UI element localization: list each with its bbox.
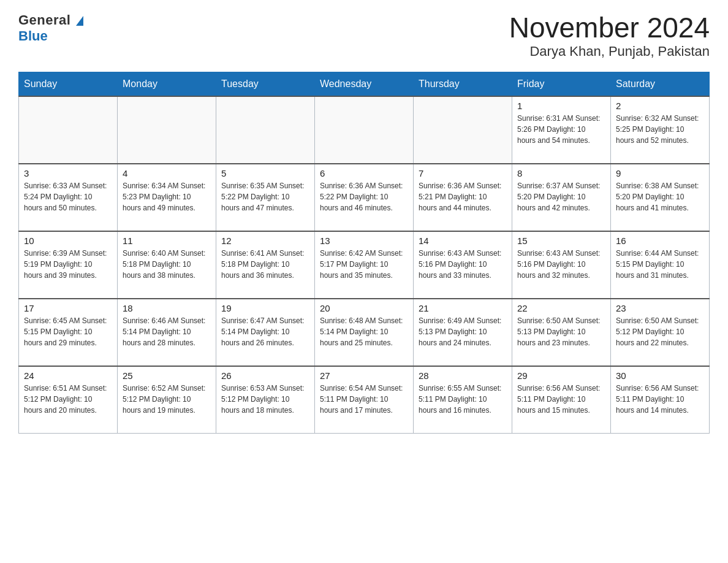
day-info: Sunrise: 6:33 AM Sunset: 5:24 PM Dayligh… bbox=[24, 180, 112, 213]
day-info: Sunrise: 6:50 AM Sunset: 5:13 PM Dayligh… bbox=[517, 315, 605, 348]
day-number: 16 bbox=[616, 236, 704, 246]
day-number: 25 bbox=[123, 370, 211, 381]
day-info: Sunrise: 6:34 AM Sunset: 5:23 PM Dayligh… bbox=[123, 180, 211, 213]
calendar-cell: 15Sunrise: 6:43 AM Sunset: 5:16 PM Dayli… bbox=[512, 231, 611, 299]
day-number: 30 bbox=[616, 370, 704, 381]
location-subtitle: Darya Khan, Punjab, Pakistan bbox=[509, 44, 710, 59]
day-number: 5 bbox=[221, 168, 309, 178]
calendar-cell: 19Sunrise: 6:47 AM Sunset: 5:14 PM Dayli… bbox=[216, 299, 315, 366]
calendar-cell bbox=[118, 96, 216, 164]
calendar-cell: 25Sunrise: 6:52 AM Sunset: 5:12 PM Dayli… bbox=[118, 366, 216, 434]
calendar-cell: 6Sunrise: 6:36 AM Sunset: 5:22 PM Daylig… bbox=[315, 164, 414, 231]
calendar-cell: 26Sunrise: 6:53 AM Sunset: 5:12 PM Dayli… bbox=[216, 366, 315, 434]
day-info: Sunrise: 6:31 AM Sunset: 5:26 PM Dayligh… bbox=[517, 113, 605, 146]
logo-general-text: General bbox=[18, 12, 83, 28]
calendar-cell: 13Sunrise: 6:42 AM Sunset: 5:17 PM Dayli… bbox=[315, 231, 414, 299]
day-info: Sunrise: 6:38 AM Sunset: 5:20 PM Dayligh… bbox=[616, 180, 704, 213]
calendar-cell: 2Sunrise: 6:32 AM Sunset: 5:25 PM Daylig… bbox=[611, 96, 710, 164]
day-info: Sunrise: 6:56 AM Sunset: 5:11 PM Dayligh… bbox=[616, 383, 704, 416]
calendar-cell bbox=[216, 96, 315, 164]
day-info: Sunrise: 6:46 AM Sunset: 5:14 PM Dayligh… bbox=[123, 315, 211, 348]
day-info: Sunrise: 6:54 AM Sunset: 5:11 PM Dayligh… bbox=[320, 383, 408, 416]
day-number: 18 bbox=[123, 303, 211, 313]
day-number: 21 bbox=[419, 303, 507, 313]
calendar-header-row: SundayMondayTuesdayWednesdayThursdayFrid… bbox=[19, 72, 710, 96]
day-number: 7 bbox=[419, 168, 507, 178]
day-number: 19 bbox=[221, 303, 309, 313]
calendar-cell bbox=[414, 96, 512, 164]
calendar-cell: 3Sunrise: 6:33 AM Sunset: 5:24 PM Daylig… bbox=[19, 164, 118, 231]
day-info: Sunrise: 6:48 AM Sunset: 5:14 PM Dayligh… bbox=[320, 315, 408, 348]
title-block: November 2024 Darya Khan, Punjab, Pakist… bbox=[509, 12, 710, 59]
day-number: 27 bbox=[320, 370, 408, 381]
day-number: 10 bbox=[24, 236, 112, 246]
day-number: 14 bbox=[419, 236, 507, 246]
calendar-cell: 16Sunrise: 6:44 AM Sunset: 5:15 PM Dayli… bbox=[611, 231, 710, 299]
day-number: 8 bbox=[517, 168, 605, 178]
month-year-title: November 2024 bbox=[509, 12, 710, 44]
calendar-week-row: 3Sunrise: 6:33 AM Sunset: 5:24 PM Daylig… bbox=[19, 164, 710, 231]
day-info: Sunrise: 6:40 AM Sunset: 5:18 PM Dayligh… bbox=[123, 248, 211, 281]
logo-general-label: General bbox=[18, 12, 70, 28]
calendar-cell: 14Sunrise: 6:43 AM Sunset: 5:16 PM Dayli… bbox=[414, 231, 512, 299]
calendar-table: SundayMondayTuesdayWednesdayThursdayFrid… bbox=[18, 72, 710, 434]
calendar-cell: 22Sunrise: 6:50 AM Sunset: 5:13 PM Dayli… bbox=[512, 299, 611, 366]
calendar-week-row: 24Sunrise: 6:51 AM Sunset: 5:12 PM Dayli… bbox=[19, 366, 710, 434]
logo-blue-text: Blue bbox=[18, 28, 48, 44]
day-info: Sunrise: 6:42 AM Sunset: 5:17 PM Dayligh… bbox=[320, 248, 408, 281]
day-number: 28 bbox=[419, 370, 507, 381]
day-number: 6 bbox=[320, 168, 408, 178]
day-info: Sunrise: 6:35 AM Sunset: 5:22 PM Dayligh… bbox=[221, 180, 309, 213]
weekday-header-friday: Friday bbox=[512, 72, 611, 96]
day-number: 26 bbox=[221, 370, 309, 381]
calendar-cell: 9Sunrise: 6:38 AM Sunset: 5:20 PM Daylig… bbox=[611, 164, 710, 231]
day-number: 13 bbox=[320, 236, 408, 246]
calendar-cell: 20Sunrise: 6:48 AM Sunset: 5:14 PM Dayli… bbox=[315, 299, 414, 366]
weekday-header-tuesday: Tuesday bbox=[216, 72, 315, 96]
calendar-week-row: 17Sunrise: 6:45 AM Sunset: 5:15 PM Dayli… bbox=[19, 299, 710, 366]
weekday-header-monday: Monday bbox=[118, 72, 216, 96]
calendar-cell: 11Sunrise: 6:40 AM Sunset: 5:18 PM Dayli… bbox=[118, 231, 216, 299]
calendar-cell: 28Sunrise: 6:55 AM Sunset: 5:11 PM Dayli… bbox=[414, 366, 512, 434]
calendar-cell: 10Sunrise: 6:39 AM Sunset: 5:19 PM Dayli… bbox=[19, 231, 118, 299]
day-info: Sunrise: 6:45 AM Sunset: 5:15 PM Dayligh… bbox=[24, 315, 112, 348]
calendar-cell: 18Sunrise: 6:46 AM Sunset: 5:14 PM Dayli… bbox=[118, 299, 216, 366]
day-info: Sunrise: 6:44 AM Sunset: 5:15 PM Dayligh… bbox=[616, 248, 704, 281]
day-info: Sunrise: 6:51 AM Sunset: 5:12 PM Dayligh… bbox=[24, 383, 112, 416]
day-number: 12 bbox=[221, 236, 309, 246]
day-number: 2 bbox=[616, 101, 704, 111]
day-number: 4 bbox=[123, 168, 211, 178]
day-info: Sunrise: 6:36 AM Sunset: 5:22 PM Dayligh… bbox=[320, 180, 408, 213]
day-info: Sunrise: 6:55 AM Sunset: 5:11 PM Dayligh… bbox=[419, 383, 507, 416]
calendar-cell: 30Sunrise: 6:56 AM Sunset: 5:11 PM Dayli… bbox=[611, 366, 710, 434]
calendar-cell bbox=[19, 96, 118, 164]
calendar-week-row: 1Sunrise: 6:31 AM Sunset: 5:26 PM Daylig… bbox=[19, 96, 710, 164]
calendar-cell: 5Sunrise: 6:35 AM Sunset: 5:22 PM Daylig… bbox=[216, 164, 315, 231]
calendar-cell: 21Sunrise: 6:49 AM Sunset: 5:13 PM Dayli… bbox=[414, 299, 512, 366]
calendar-cell: 7Sunrise: 6:36 AM Sunset: 5:21 PM Daylig… bbox=[414, 164, 512, 231]
day-number: 15 bbox=[517, 236, 605, 246]
day-info: Sunrise: 6:43 AM Sunset: 5:16 PM Dayligh… bbox=[517, 248, 605, 281]
calendar-cell: 27Sunrise: 6:54 AM Sunset: 5:11 PM Dayli… bbox=[315, 366, 414, 434]
calendar-cell: 17Sunrise: 6:45 AM Sunset: 5:15 PM Dayli… bbox=[19, 299, 118, 366]
day-info: Sunrise: 6:41 AM Sunset: 5:18 PM Dayligh… bbox=[221, 248, 309, 281]
day-number: 20 bbox=[320, 303, 408, 313]
day-info: Sunrise: 6:50 AM Sunset: 5:12 PM Dayligh… bbox=[616, 315, 704, 348]
weekday-header-saturday: Saturday bbox=[611, 72, 710, 96]
day-info: Sunrise: 6:52 AM Sunset: 5:12 PM Dayligh… bbox=[123, 383, 211, 416]
day-info: Sunrise: 6:56 AM Sunset: 5:11 PM Dayligh… bbox=[517, 383, 605, 416]
calendar-cell: 23Sunrise: 6:50 AM Sunset: 5:12 PM Dayli… bbox=[611, 299, 710, 366]
day-info: Sunrise: 6:36 AM Sunset: 5:21 PM Dayligh… bbox=[419, 180, 507, 213]
calendar-week-row: 10Sunrise: 6:39 AM Sunset: 5:19 PM Dayli… bbox=[19, 231, 710, 299]
calendar-cell: 12Sunrise: 6:41 AM Sunset: 5:18 PM Dayli… bbox=[216, 231, 315, 299]
day-number: 22 bbox=[517, 303, 605, 313]
calendar-cell: 24Sunrise: 6:51 AM Sunset: 5:12 PM Dayli… bbox=[19, 366, 118, 434]
day-number: 3 bbox=[24, 168, 112, 178]
day-info: Sunrise: 6:49 AM Sunset: 5:13 PM Dayligh… bbox=[419, 315, 507, 348]
page-header: General Blue November 2024 Darya Khan, P… bbox=[18, 12, 710, 59]
day-number: 24 bbox=[24, 370, 112, 381]
calendar-cell bbox=[315, 96, 414, 164]
day-info: Sunrise: 6:53 AM Sunset: 5:12 PM Dayligh… bbox=[221, 383, 309, 416]
day-number: 11 bbox=[123, 236, 211, 246]
weekday-header-sunday: Sunday bbox=[19, 72, 118, 96]
